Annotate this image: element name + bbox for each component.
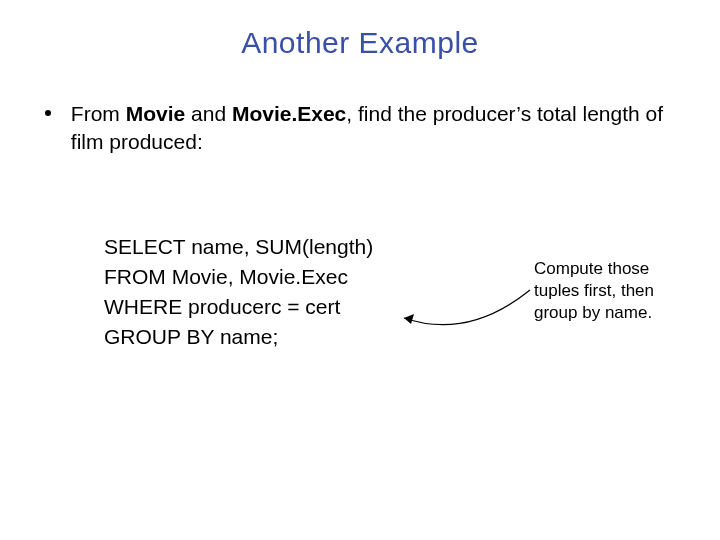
bullet-prefix: From bbox=[71, 102, 126, 125]
bullet-movieexec: Movie.Exec bbox=[232, 102, 346, 125]
sql-line-3: WHERE producerc = cert bbox=[104, 292, 388, 322]
arrow-icon bbox=[398, 290, 533, 350]
slide: Another Example From Movie and Movie.Exe… bbox=[0, 0, 720, 540]
sql-line-1: SELECT name, SUM(length) bbox=[104, 232, 388, 262]
sql-line-2: FROM Movie, Movie.Exec bbox=[104, 262, 388, 292]
bullet-text: From Movie and Movie.Exec, find the prod… bbox=[71, 100, 671, 157]
bullet-and: and bbox=[185, 102, 232, 125]
slide-title: Another Example bbox=[0, 26, 720, 60]
sql-block: SELECT name, SUM(length) FROM Movie, Mov… bbox=[104, 232, 388, 352]
annotation-note: Compute those tuples first, then group b… bbox=[534, 258, 664, 324]
sql-line-4: GROUP BY name; bbox=[104, 322, 388, 352]
bullet-movie: Movie bbox=[126, 102, 186, 125]
bullet-item: From Movie and Movie.Exec, find the prod… bbox=[45, 100, 685, 157]
bullet-dot-icon bbox=[45, 110, 51, 116]
